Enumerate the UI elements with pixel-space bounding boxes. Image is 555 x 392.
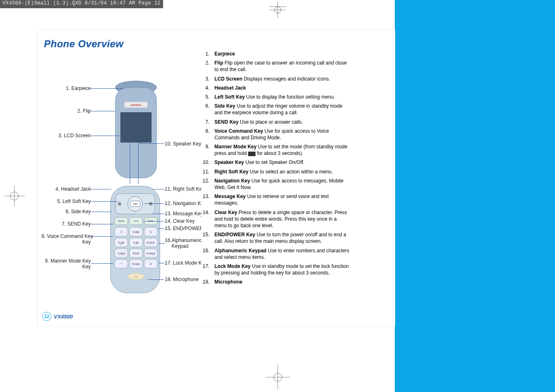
callout-left-soft-key: 5. Left Soft Key — [41, 198, 91, 204]
callout-voice-command: 8. Voice Command KeyKey — [41, 233, 91, 245]
callout-navigation-key: 12. Navigation Key — [165, 201, 206, 206]
description-item: 6.Side Key Use to adjust the ringer volu… — [201, 103, 350, 116]
callout-clear-key: 14. Clear Key — [165, 218, 195, 224]
callout-manner-mode: 9. Manner Mode KeyKey — [41, 258, 91, 270]
section-title: Phone Overview — [44, 38, 124, 50]
svg-text:0 next: 0 next — [132, 263, 140, 265]
model-label-right: VX4500 — [359, 314, 378, 320]
svg-text:4 ghi: 4 ghi — [118, 241, 124, 244]
callout-side-key: 6. Side Key — [41, 209, 91, 214]
description-item: 3.LCD Screen Displays messages and indic… — [201, 76, 350, 82]
svg-text:2 abc: 2 abc — [132, 231, 140, 233]
phone-diagram: verizon OK SEND CLR E — [41, 79, 214, 309]
svg-point-24 — [149, 202, 152, 205]
svg-text:LG: LG — [134, 275, 138, 278]
description-item: 2.Flip Flip open the case to answer an i… — [201, 60, 350, 73]
svg-text:8 tuv: 8 tuv — [133, 252, 139, 255]
page-number-right: 13 — [381, 312, 390, 321]
description-item: 12.Navigation Key Use for quick access t… — [201, 178, 350, 191]
callout-earpiece: 1. Earpiece — [41, 85, 91, 91]
svg-text:1: 1 — [120, 231, 122, 233]
phone-illustration: verizon OK SEND CLR E — [95, 79, 165, 301]
svg-text:9 wxyz: 9 wxyz — [146, 252, 155, 255]
footer-left: 12 VX4500 — [42, 312, 73, 321]
svg-text:7 pqrs: 7 pqrs — [117, 252, 125, 255]
description-item: 10.Speaker Key Use to set Speaker On/Off… — [201, 159, 350, 166]
svg-text:3: 3 — [150, 231, 152, 233]
description-item: 17.Lock Mode Key Use in standby mode to … — [201, 263, 350, 276]
registration-mark-top — [265, 2, 290, 18]
page-wrapper: VX4500-(E)Small (1.3).QXD 8/31/04 10:47 … — [0, 0, 555, 392]
description-list: 1.Earpiece2.Flip Flip open the case to a… — [201, 47, 353, 306]
callout-lcd: 3. LCD Screen — [41, 133, 91, 138]
svg-text:#: # — [150, 263, 152, 265]
page-number-left: 12 — [42, 312, 51, 321]
blue-side-strip — [395, 0, 555, 392]
prepress-stamp: VX4500-(E)Small (1.3).QXD 8/31/04 10:47 … — [0, 0, 163, 8]
svg-text:CLR: CLR — [134, 220, 139, 222]
callout-headset-jack: 4. Headset Jack — [41, 186, 91, 192]
footer-right: VX4500 13 — [359, 312, 390, 321]
description-item: 9.Manner Mode Key Use to set the mode (f… — [201, 143, 350, 157]
callout-lock-mode-key: 17. Lock Mode Key — [165, 260, 207, 266]
description-item: 18.Microphone — [201, 279, 350, 285]
description-item: 4.Headset Jack — [201, 85, 350, 91]
description-item: 11.Right Soft Key Use to select an actio… — [201, 168, 350, 175]
hold-key-icon — [248, 152, 256, 156]
callout-microphone: 18. Microphone — [165, 277, 199, 282]
svg-text:SEND: SEND — [118, 220, 125, 222]
svg-text:6 mno: 6 mno — [147, 241, 155, 244]
callout-message-key: 13. Message Key — [165, 211, 203, 217]
page-spread: Phone Overview verizon OK — [37, 30, 395, 326]
svg-text:*: * — [121, 263, 122, 265]
registration-mark-bottom — [265, 365, 290, 390]
callout-send-key: 7. SEND Key — [41, 221, 91, 227]
model-label-left: VX4500 — [54, 314, 73, 320]
description-item: 7.SEND Key Use to place or answer calls. — [201, 119, 350, 125]
registration-mark-left — [4, 186, 25, 206]
description-panel: 1.Earpiece2.Flip Flip open the case to a… — [201, 47, 353, 306]
callout-speaker-key: 10. Speaker Key — [165, 141, 201, 147]
callout-flip: 2. Flip — [41, 108, 91, 114]
description-item: 15.END/POWER Key Use to turn the power o… — [201, 231, 350, 244]
description-item: 13.Message Key Use to retrieve or send v… — [201, 193, 350, 206]
description-item: 16.Alphanumeric Keypad Use to enter numb… — [201, 247, 350, 261]
callout-right-soft-key: 11. Right Soft Key — [165, 186, 205, 192]
description-item: 8.Voice Command Key Use for quick access… — [201, 128, 350, 141]
svg-point-23 — [118, 202, 121, 205]
svg-text:OK: OK — [133, 202, 138, 206]
description-item: 14.Clear Key Press to delete a single sp… — [201, 209, 350, 229]
svg-text:verizon: verizon — [131, 103, 141, 107]
svg-text:5 jkl: 5 jkl — [134, 241, 139, 244]
description-item: 1.Earpiece — [201, 51, 350, 57]
description-item: 5.Left Soft Key Use to display the funct… — [201, 94, 350, 100]
svg-rect-17 — [120, 112, 152, 143]
